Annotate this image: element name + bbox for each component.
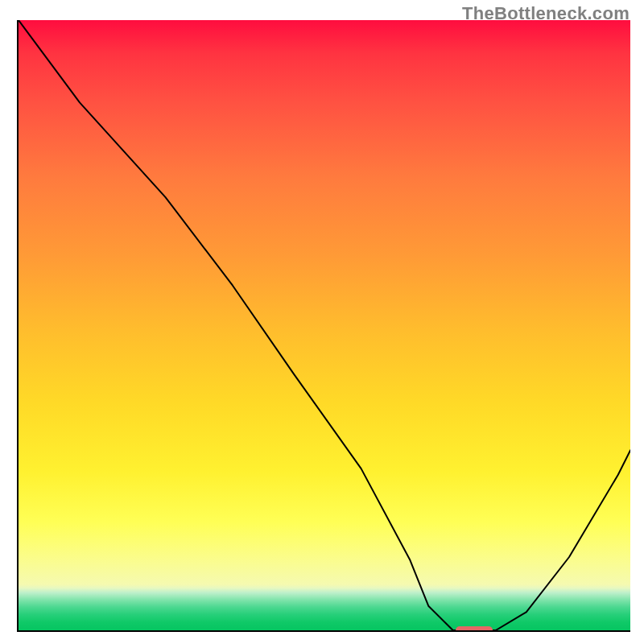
chart-container: TheBottleneck.com — [0, 0, 644, 644]
bottleneck-curve — [19, 20, 630, 630]
optimum-marker — [456, 626, 493, 632]
plot-area — [17, 20, 630, 632]
